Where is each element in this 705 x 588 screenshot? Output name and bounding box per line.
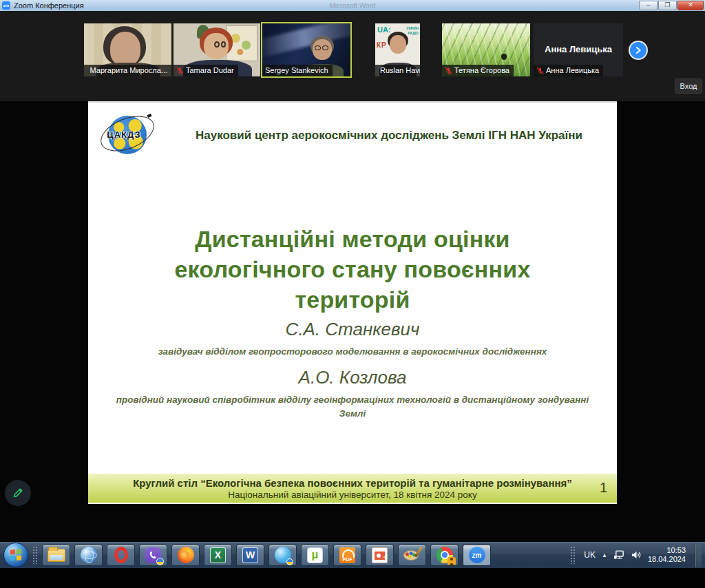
network-icon[interactable] [613,550,625,560]
date: 18.04.2024 [648,555,686,564]
join-button[interactable]: Вход [675,79,702,93]
slide-page-number: 1 [600,480,607,496]
participant-name: Ruslan Havryliuk [380,66,420,75]
galaxy-background [261,22,352,59]
taskbar-opera-button[interactable] [107,545,135,566]
opera-icon [114,547,128,563]
taskbar-clock[interactable]: 10:53 18.04.2024 [648,546,686,564]
radio-banner-logo: UA: [377,25,391,34]
video-tile-tamara[interactable]: Tamara Dudar [173,23,260,76]
taskbar-word-button[interactable]: W [236,545,264,566]
logo-acronym: ЦАКДЗ [102,129,146,140]
participant-name: Tamara Dudar [186,66,234,75]
next-participants-page-button[interactable] [629,41,648,60]
zoom-window-titlebar: zm Zoom Конференция Microsoft Word – ❐ ✕ [0,0,705,11]
hidden-icons-button[interactable]: ▲ [602,552,607,558]
shield-badge-icon [286,558,293,565]
taskbar-firefox-button[interactable] [171,545,200,566]
show-desktop-button[interactable] [695,543,702,567]
slide-footer: Круглий стіл “Екологічна безпека повоєнн… [88,474,617,503]
participants-strip: Маргарита Миросла... Tamara Dudar Sergey… [0,11,705,101]
word-icon: W [242,547,258,563]
foxit-pdf-icon: PDF [339,547,355,563]
taskbar-qq-browser-button[interactable] [269,545,297,566]
participant-name: Sergey Stankevich [265,66,328,75]
video-tile-tetiana[interactable]: Тетяна Єгорова [442,23,530,76]
author-2-role: провідний науковий співробітник відділу … [116,393,589,421]
background-window-title: Microsoft Word [0,2,705,10]
glasses [207,41,226,48]
participant-name: Анна Левицька [546,66,599,75]
glasses [315,45,330,50]
paint-icon [403,547,421,563]
taskbar-chrome-button[interactable] [430,545,459,566]
zoom-icon: zm [469,547,485,563]
language-indicator[interactable]: UK [584,550,596,560]
internet-globe-icon [81,547,97,563]
chevron-right-icon [633,45,644,56]
explorer-folder-icon [48,549,65,562]
organization-header: Науковий центр аерокосмічних досліджень … [171,129,607,143]
desktop-screen: zm Zoom Конференция Microsoft Word – ❐ ✕… [0,0,705,588]
system-tray: UK ▲ 10:53 18.04.2024 [568,543,704,567]
taskbar-viber-button[interactable] [139,545,167,566]
annotate-button[interactable] [5,480,31,506]
author-1-role: завідувач відділом геопросторового модел… [116,345,589,359]
volume-icon[interactable] [631,550,642,560]
taskbar-excel-button[interactable]: X [204,545,232,566]
shield-badge-icon [156,558,164,565]
taskbar-utorrent-button[interactable]: µ [301,545,329,566]
author-1-name: С.А. Станкевич [88,319,617,340]
window-title: Zoom Конференция [14,1,84,10]
presentation-slide: ЦАКДЗ Науковий центр аерокосмічних дослі… [88,101,617,504]
mic-muted-icon [87,67,87,75]
restore-button[interactable]: ❐ [658,1,677,10]
footer-event-title: Круглий стіл “Екологічна безпека повоєнн… [88,477,617,489]
utorrent-icon: µ [307,547,323,563]
tray-separator [570,546,576,564]
mic-muted-icon [176,67,184,75]
start-button[interactable] [3,543,28,567]
firefox-icon [178,547,194,563]
powerpoint-icon [372,547,388,563]
author-2-name: А.О. Козлова [88,367,617,388]
participant-name: Маргарита Миросла... [90,66,167,75]
bottom-black-strip [0,568,705,588]
video-tile-anna-video-off[interactable]: Анна Левицька Анна Левицька [534,23,623,76]
satellite-icon [147,114,151,118]
taskbar-separator [32,546,38,564]
windows-logo-icon [10,549,21,560]
video-tile-margaryta[interactable]: Маргарита Миросла... [84,23,171,76]
taskbar-internet-browser-button[interactable] [74,545,103,566]
participant-name: Тетяна Єгорова [454,66,509,75]
chrome-icon [436,547,453,563]
video-tile-ruslan[interactable]: UA: УКРАЇН РАДІО КР Ruslan Havryliuk [375,23,420,76]
minimize-button[interactable]: – [639,1,657,10]
cakdz-logo: ЦАКДЗ [102,112,153,157]
close-button[interactable]: ✕ [677,1,704,10]
mic-muted-icon [536,67,544,75]
pencil-icon [11,486,25,500]
taskbar-explorer-button[interactable] [42,545,70,566]
footer-venue-date: Національний авіаційний університет, 18 … [88,490,617,500]
mic-muted-icon [445,67,452,75]
profile-badge-icon [448,557,456,565]
time: 10:53 [648,546,686,555]
viber-icon [145,547,161,563]
taskbar-zoom-button-active[interactable]: zm [463,545,491,566]
excel-icon: X [210,547,226,563]
zoom-app-icon: zm [2,1,10,10]
taskbar-powerpoint-button[interactable] [366,545,394,566]
slide-title: Дистанційні методи оцінки екологічного с… [132,224,573,315]
taskbar: X W µ PDF zm UK ▲ 10:53 18.04.2024 [0,542,705,568]
taskbar-paint-button[interactable] [398,545,426,566]
taskbar-foxit-pdf-button[interactable]: PDF [333,545,361,566]
video-tile-sergey-active-speaker[interactable]: Sergey Stankevich [261,22,352,78]
participant-name-centered: Анна Левицька [534,44,623,54]
qq-browser-icon [275,547,291,563]
